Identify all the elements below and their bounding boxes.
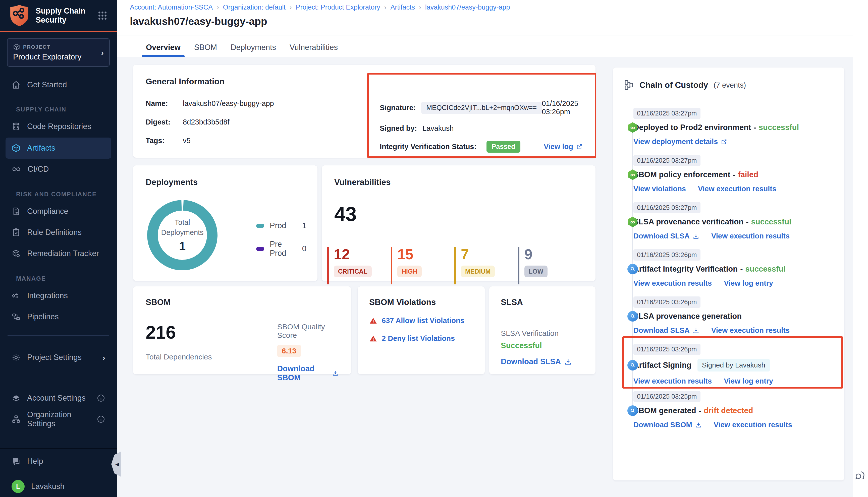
sbom-violations-card: SBOM Violations 637 Allow list Violation… bbox=[358, 286, 485, 374]
info-icon[interactable] bbox=[97, 415, 105, 424]
sidebar-item-pipelines[interactable]: Pipelines bbox=[5, 306, 111, 327]
sidebar-item-artifacts[interactable]: Artifacts bbox=[5, 138, 111, 159]
prod-color-dot bbox=[256, 224, 264, 228]
artifact-name: lavakush07/easy-buggy-app bbox=[183, 99, 274, 108]
gear-icon bbox=[12, 353, 20, 362]
external-link-icon bbox=[721, 139, 727, 145]
view-log-entry-link[interactable]: View log entry bbox=[724, 377, 773, 385]
allow-list-violations-row: 637 Allow list Violations bbox=[369, 316, 473, 325]
overview-content: General Information Name: lavakush07/eas… bbox=[117, 57, 853, 497]
download-slsa-link[interactable]: Download SLSA bbox=[501, 357, 584, 366]
tab-overview[interactable]: Overview bbox=[145, 38, 181, 57]
event-timestamp: 01/16/2025 03:25pm bbox=[633, 391, 700, 402]
avatar: L bbox=[12, 480, 25, 493]
remediation-box-icon bbox=[12, 249, 20, 258]
download-sbom-link[interactable]: Download SBOM bbox=[633, 421, 702, 429]
integrity-status-row: Integrity Verification Status: Passed Vi… bbox=[380, 141, 583, 153]
download-icon bbox=[693, 233, 699, 240]
general-information-card: General Information Name: lavakush07/eas… bbox=[133, 65, 596, 158]
chain-of-custody-card: Chain of Custody (7 events) 01/16/2025 0… bbox=[613, 68, 844, 480]
sidebar-item-compliance[interactable]: Compliance bbox=[5, 201, 111, 222]
scan-step-icon bbox=[627, 360, 638, 370]
custody-event-slsa-generation: 01/16/2025 03:26pm SLSA provenance gener… bbox=[613, 296, 837, 335]
project-selector[interactable]: PROJECT Product Exploratory › bbox=[7, 38, 110, 67]
event-status: successful bbox=[759, 123, 799, 132]
severity-breakdown: 12 CRITICAL 15 HIGH 7 MEDIUM 9 LOW bbox=[327, 247, 582, 284]
support-chat-icon[interactable] bbox=[854, 470, 866, 481]
download-slsa-link[interactable]: Download SLSA bbox=[633, 232, 699, 240]
total-dependencies-label: Total Dependencies bbox=[146, 353, 263, 361]
download-slsa-link[interactable]: Download SLSA bbox=[633, 326, 699, 335]
sidebar-item-remediation-tracker[interactable]: Remediation Tracker bbox=[5, 243, 111, 264]
total-deployments-value: 1 bbox=[179, 239, 186, 253]
project-name: Product Exploratory bbox=[13, 53, 101, 61]
view-log-link[interactable]: View log bbox=[544, 143, 583, 151]
header-divider bbox=[117, 35, 853, 36]
sidebar-item-rule-definitions[interactable]: Rule Definitions bbox=[5, 222, 111, 243]
user-menu[interactable]: L Lavakush bbox=[5, 476, 111, 497]
sidebar: Supply Chain Security PROJECT Product Ex… bbox=[0, 0, 117, 497]
view-execution-results-link[interactable]: View execution results bbox=[633, 279, 712, 287]
breadcrumb-artifacts[interactable]: Artifacts bbox=[391, 3, 415, 11]
custody-event-slsa-verification: 01/16/2025 03:27pm ∞ SLSA provenance ver… bbox=[613, 202, 837, 240]
breadcrumb-current[interactable]: lavakush07/easy-buggy-app bbox=[425, 3, 510, 11]
layers-gear-icon bbox=[12, 394, 20, 403]
view-execution-results-link[interactable]: View execution results bbox=[714, 421, 792, 429]
view-execution-results-link[interactable]: View execution results bbox=[698, 185, 776, 193]
sidebar-item-organization-settings[interactable]: Organization Settings bbox=[5, 409, 111, 430]
allow-list-violations-link[interactable]: 637 Allow list Violations bbox=[382, 316, 464, 325]
page-title: lavakush07/easy-buggy-app bbox=[130, 16, 267, 27]
org-chart-gear-icon bbox=[12, 415, 20, 424]
breadcrumb-account[interactable]: Account: Automation-SSCA bbox=[130, 3, 213, 11]
sidebar-item-code-repositories[interactable]: Code Repositories bbox=[5, 116, 111, 137]
section-risk-compliance: RISK AND COMPLIANCE bbox=[16, 191, 97, 198]
sidebar-item-help[interactable]: ? Help bbox=[5, 451, 111, 472]
download-sbom-link[interactable]: Download SBOM bbox=[277, 364, 338, 382]
artifact-tags: v5 bbox=[183, 137, 191, 145]
view-log-entry-link[interactable]: View log entry bbox=[724, 279, 773, 287]
app-grid-icon[interactable] bbox=[97, 10, 108, 21]
brand-header: Supply Chain Security bbox=[0, 0, 117, 32]
sidebar-item-project-settings[interactable]: Project Settings › bbox=[5, 347, 111, 368]
scan-step-icon bbox=[627, 311, 638, 322]
tab-sbom[interactable]: SBOM bbox=[194, 38, 218, 57]
sidebar-item-account-settings[interactable]: Account Settings bbox=[5, 387, 111, 409]
info-icon[interactable] bbox=[97, 394, 105, 402]
vulnerabilities-card: Vulnerabilities 43 12 CRITICAL 15 HIGH 7… bbox=[322, 166, 596, 281]
legend-item-preprod: Pre Prod 0 bbox=[256, 240, 306, 258]
custody-event-sbom-generated: 01/16/2025 03:25pm SBOM generated - drif… bbox=[613, 391, 837, 429]
event-timestamp: 01/16/2025 03:27pm bbox=[633, 202, 700, 213]
view-deployment-details-link[interactable]: View deployment details bbox=[633, 138, 727, 146]
project-label: PROJECT bbox=[23, 44, 50, 50]
artifacts-cube-icon bbox=[12, 144, 20, 153]
signature-date: 01/16/2025 03:26pm bbox=[542, 99, 583, 116]
deployments-card: Deployments Total Deployments 1 Prod bbox=[133, 166, 318, 281]
view-violations-link[interactable]: View violations bbox=[633, 185, 686, 193]
deny-list-violations-link[interactable]: 2 Deny list Violations bbox=[382, 334, 455, 343]
clipboard-check-icon bbox=[12, 228, 20, 237]
card-title: General Information bbox=[146, 77, 583, 86]
integrations-icon bbox=[12, 291, 20, 300]
signed-by-value: Lavakush bbox=[422, 124, 453, 132]
signature-value[interactable]: MEQCICde2VjIT...bL+2+mqnOXw== bbox=[421, 102, 542, 114]
card-title: Vulnerabilities bbox=[334, 178, 583, 187]
artifact-digest: 8d23bd3b5d8f bbox=[183, 118, 229, 126]
chevron-right-icon: › bbox=[102, 353, 105, 363]
tab-vulnerabilities[interactable]: Vulnerabilities bbox=[289, 38, 338, 57]
download-icon bbox=[564, 358, 572, 366]
event-status: successful bbox=[751, 217, 791, 226]
view-execution-results-link[interactable]: View execution results bbox=[711, 232, 790, 240]
tab-deployments[interactable]: Deployments bbox=[230, 38, 277, 57]
breadcrumb-organization[interactable]: Organization: default bbox=[223, 3, 285, 11]
severity-high: 15 HIGH bbox=[391, 247, 454, 284]
tags-row: Tags: v5 bbox=[146, 137, 367, 145]
severity-low: 9 LOW bbox=[518, 247, 582, 284]
sidebar-item-get-started[interactable]: Get Started bbox=[5, 74, 111, 95]
card-title: SBOM bbox=[146, 297, 338, 307]
sidebar-item-cicd[interactable]: CI/CD bbox=[5, 159, 111, 180]
shield-logo-icon bbox=[9, 4, 30, 27]
sidebar-item-integrations[interactable]: Integrations bbox=[5, 285, 111, 306]
view-execution-results-link[interactable]: View execution results bbox=[711, 326, 790, 335]
view-execution-results-link[interactable]: View execution results bbox=[633, 377, 712, 385]
breadcrumb-project[interactable]: Project: Product Exploratory bbox=[296, 3, 380, 11]
